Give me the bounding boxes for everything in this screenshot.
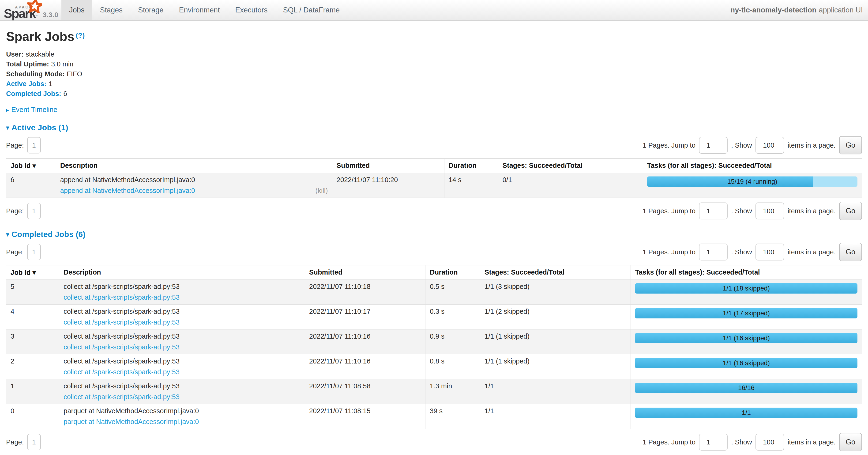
page-number-input[interactable] — [27, 244, 41, 260]
tasks-cell: 1/1 (16 skipped) — [631, 330, 862, 354]
go-button[interactable]: Go — [839, 202, 862, 220]
page-number-input[interactable] — [27, 137, 41, 153]
go-button[interactable]: Go — [839, 243, 862, 261]
application-name: ny-tlc-anomaly-detection application UI — [731, 0, 868, 20]
col-description[interactable]: Description — [59, 265, 305, 280]
navbar-tabs: Jobs Stages Storage Environment Executor… — [61, 0, 347, 20]
spark-star-icon — [27, 0, 42, 13]
items-per-page-input[interactable] — [755, 202, 784, 219]
page-selector: Page: — [6, 244, 41, 260]
tab-executors[interactable]: Executors — [227, 0, 275, 20]
page-label: Page: — [6, 438, 24, 446]
col-stages[interactable]: Stages: Succeeded/Total — [480, 265, 631, 280]
progress-label: 15/19 (4 running) — [647, 176, 858, 187]
page-number-input[interactable] — [27, 203, 41, 219]
col-job-id[interactable]: Job Id ▾ — [6, 265, 59, 280]
duration-cell: 1.3 min — [426, 379, 480, 404]
job-description-link[interactable]: collect at /spark-scripts/spark-ad.py:53 — [64, 368, 180, 376]
active-jobs-link[interactable]: Active Jobs: — [6, 80, 46, 88]
job-description-link[interactable]: parquet at NativeMethodAccessorImpl.java… — [64, 418, 199, 426]
job-id-cell: 4 — [6, 305, 59, 330]
completed-jobs-section-header[interactable]: ▾Completed Jobs (6) — [6, 230, 862, 239]
stages-cell: 1/1 (3 skipped) — [480, 280, 631, 305]
summary-scheduling-label: Scheduling Mode: — [6, 70, 65, 78]
items-per-page-input[interactable] — [755, 434, 784, 451]
summary-completed-value: 6 — [63, 90, 67, 97]
col-job-id[interactable]: Job Id ▾ — [6, 159, 56, 173]
jump-to-page-input[interactable] — [699, 244, 727, 260]
summary-uptime-label: Total Uptime: — [6, 60, 49, 68]
table-row: 1 collect at /spark-scripts/spark-ad.py:… — [6, 379, 862, 404]
application-name-suffix: application UI — [819, 6, 863, 14]
page-number-input[interactable] — [27, 434, 41, 450]
col-duration[interactable]: Duration — [444, 159, 498, 173]
job-description: collect at /spark-scripts/spark-ad.py:53 — [64, 382, 301, 390]
job-description-link[interactable]: collect at /spark-scripts/spark-ad.py:53 — [64, 293, 180, 301]
kill-link[interactable]: (kill) — [315, 187, 328, 195]
completed-jobs-link[interactable]: Completed Jobs: — [6, 90, 61, 97]
tab-environment[interactable]: Environment — [172, 0, 227, 20]
col-tasks[interactable]: Tasks (for all stages): Succeeded/Total — [631, 265, 862, 280]
progress-label: 16/16 — [635, 383, 858, 393]
go-button[interactable]: Go — [839, 136, 862, 154]
task-progress-bar: 1/1 (18 skipped) — [635, 283, 858, 293]
page-selector: Page: — [6, 203, 41, 219]
submitted-cell: 2022/11/07 11:10:18 — [305, 280, 426, 305]
tab-storage[interactable]: Storage — [130, 0, 172, 20]
task-progress-bar: 16/16 — [635, 383, 858, 393]
pagination-controls: 1 Pages. Jump to . Show items in a page.… — [643, 202, 862, 220]
col-submitted[interactable]: Submitted — [332, 159, 444, 173]
col-duration[interactable]: Duration — [426, 265, 480, 280]
job-description-link[interactable]: collect at /spark-scripts/spark-ad.py:53 — [64, 393, 180, 401]
submitted-cell: 2022/11/07 11:10:16 — [305, 354, 426, 379]
active-jobs-section-header[interactable]: ▾Active Jobs (1) — [6, 123, 862, 132]
show-text: . Show — [731, 438, 752, 446]
go-button[interactable]: Go — [839, 433, 862, 451]
table-row: 0 parquet at NativeMethodAccessorImpl.ja… — [6, 404, 862, 429]
job-description-link[interactable]: collect at /spark-scripts/spark-ad.py:53 — [64, 343, 180, 351]
jump-to-page-input[interactable] — [699, 434, 727, 451]
summary-uptime: Total Uptime:3.0 min — [6, 59, 862, 69]
collapse-down-arrow-icon: ▾ — [6, 124, 9, 131]
job-id-cell: 3 — [6, 330, 59, 354]
items-per-page-input[interactable] — [755, 137, 784, 154]
task-progress-bar: 15/19 (4 running) — [647, 176, 858, 187]
active-pagination-bottom: Page: 1 Pages. Jump to . Show items in a… — [6, 202, 862, 220]
job-id-cell: 6 — [6, 173, 56, 198]
summary-scheduling-mode: Scheduling Mode:FIFO — [6, 69, 862, 79]
active-jobs-title: Active Jobs (1) — [11, 123, 68, 132]
completed-jobs-table: Job Id ▾ Description Submitted Duration … — [6, 265, 862, 429]
completed-pagination-top: Page: 1 Pages. Jump to . Show items in a… — [6, 243, 862, 261]
spark-logo[interactable]: APACHE Spark ™ 3.3.0 — [0, 0, 61, 20]
summary-active-jobs: Active Jobs:1 — [6, 79, 862, 89]
tab-stages[interactable]: Stages — [92, 0, 130, 20]
description-cell: collect at /spark-scripts/spark-ad.py:53… — [59, 305, 305, 330]
col-stages[interactable]: Stages: Succeeded/Total — [498, 159, 643, 173]
col-tasks[interactable]: Tasks (for all stages): Succeeded/Total — [643, 159, 862, 173]
summary-active-value: 1 — [49, 80, 52, 88]
jump-to-page-input[interactable] — [699, 202, 727, 219]
job-description-link[interactable]: collect at /spark-scripts/spark-ad.py:53 — [64, 318, 180, 326]
col-submitted[interactable]: Submitted — [305, 265, 426, 280]
job-description: collect at /spark-scripts/spark-ad.py:53 — [64, 333, 301, 340]
help-link[interactable]: (?) — [76, 31, 85, 39]
submitted-cell: 2022/11/07 11:10:17 — [305, 305, 426, 330]
task-progress-bar: 1/1 (16 skipped) — [635, 333, 858, 343]
page-label: Page: — [6, 248, 24, 256]
tab-sql-dataframe[interactable]: SQL / DataFrame — [275, 0, 347, 20]
event-timeline-toggle[interactable]: ▸Event Timeline — [6, 106, 862, 114]
duration-cell: 0.9 s — [426, 330, 480, 354]
jump-to-page-input[interactable] — [699, 137, 727, 154]
items-per-page-input[interactable] — [755, 244, 784, 260]
tab-jobs[interactable]: Jobs — [61, 0, 92, 20]
active-jobs-table: Job Id ▾ Description Submitted Duration … — [6, 159, 862, 198]
job-id-cell: 5 — [6, 280, 59, 305]
job-description-link[interactable]: append at NativeMethodAccessorImpl.java:… — [60, 187, 195, 195]
stages-cell: 1/1 — [480, 404, 631, 429]
task-progress-bar: 1/1 — [635, 407, 858, 418]
active-table-header-row: Job Id ▾ Description Submitted Duration … — [6, 159, 862, 173]
page-title-text: Spark Jobs — [6, 29, 74, 44]
col-description[interactable]: Description — [56, 159, 332, 173]
page-selector: Page: — [6, 137, 41, 153]
page-title: Spark Jobs(?) — [6, 29, 862, 44]
